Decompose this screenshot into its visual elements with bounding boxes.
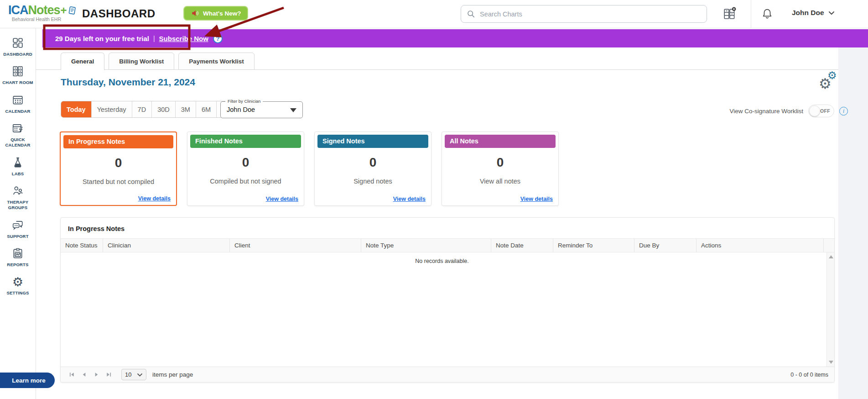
items-range-label: 0 - 0 of 0 items bbox=[790, 372, 828, 378]
card-count: 0 bbox=[61, 156, 176, 170]
card-finished-notes[interactable]: Finished Notes 0 Compiled but not signed… bbox=[187, 131, 304, 206]
sidebar-item-labs[interactable]: LABS bbox=[0, 156, 36, 177]
card-count: 0 bbox=[187, 155, 304, 170]
previous-page-button[interactable] bbox=[79, 370, 89, 380]
cosignature-toggle-label: View Co-signature Worklist bbox=[729, 108, 803, 115]
learn-more-button[interactable]: Learn more bbox=[0, 373, 55, 388]
range-button-3m[interactable]: 3M bbox=[175, 101, 196, 117]
column-header-clinician[interactable]: Clinician bbox=[103, 239, 229, 252]
notifications-bell-icon[interactable] bbox=[761, 7, 774, 20]
chevron-down-icon bbox=[137, 373, 143, 377]
clinician-filter-label: Filter by Clinician bbox=[225, 99, 263, 104]
view-details-link[interactable]: View details bbox=[520, 196, 553, 202]
column-header-due-by[interactable]: Due By bbox=[634, 239, 696, 252]
right-edge-strip bbox=[838, 47, 868, 399]
sidebar-item-quick-calendar[interactable]: QUICK CALENDAR bbox=[0, 122, 36, 148]
trial-separator: | bbox=[153, 35, 155, 42]
search-icon bbox=[467, 10, 476, 19]
range-button-yesterday[interactable]: Yesterday bbox=[91, 101, 132, 117]
column-header-client[interactable]: Client bbox=[229, 239, 361, 252]
logo-plus-glyph: + bbox=[61, 4, 67, 17]
icanotes-dashboard-page: ICANotes + Behavioral Health EHR DASHBOA… bbox=[0, 0, 868, 399]
sidebar-item-chart-room[interactable]: CHART ROOM bbox=[0, 65, 36, 85]
dashboard-settings-icon[interactable]: ⚙ ⚙ bbox=[819, 72, 842, 92]
page-size-select[interactable]: 10 bbox=[121, 369, 146, 380]
table-header-row: Note Status Clinician Client Note Type N… bbox=[61, 238, 834, 252]
logo-text: ICANotes bbox=[8, 3, 60, 17]
summary-cards: In Progress Notes 0 Started but not comp… bbox=[60, 131, 559, 206]
gear-icon-small: ⚙ bbox=[827, 70, 837, 81]
column-header-actions[interactable]: Actions bbox=[696, 239, 823, 252]
whats-new-label: What's New? bbox=[203, 10, 241, 17]
view-details-link[interactable]: View details bbox=[138, 195, 171, 202]
chat-bubbles-icon bbox=[12, 219, 24, 231]
card-count: 0 bbox=[442, 155, 558, 170]
scroll-down-icon[interactable] bbox=[829, 361, 833, 364]
user-name: John Doe bbox=[792, 9, 824, 17]
first-page-button[interactable] bbox=[67, 370, 77, 380]
sidebar-item-calendar[interactable]: CALENDAR bbox=[0, 94, 36, 114]
view-details-link[interactable]: View details bbox=[266, 196, 298, 202]
quick-calendar-icon bbox=[12, 122, 24, 135]
whats-new-button[interactable]: What's New? bbox=[183, 6, 248, 21]
date-heading: Thursday, November 21, 2024 bbox=[61, 77, 195, 88]
card-description: Compiled but not signed bbox=[187, 178, 304, 185]
column-header-note-status[interactable]: Note Status bbox=[61, 239, 103, 252]
range-button-7d[interactable]: 7D bbox=[132, 101, 152, 117]
tab-general[interactable]: General bbox=[61, 52, 104, 70]
view-details-link[interactable]: View details bbox=[393, 196, 426, 202]
trial-days-left-text: 29 Days left on your free trial bbox=[55, 35, 149, 42]
sidebar-nav: DASHBOARD CHART ROOM bbox=[0, 28, 36, 399]
last-page-button[interactable] bbox=[104, 370, 114, 380]
info-icon[interactable]: i bbox=[839, 107, 848, 116]
sidebar-item-therapy-groups[interactable]: THERAPY GROUPS bbox=[0, 184, 36, 211]
cosignature-toggle[interactable]: OFF bbox=[808, 105, 834, 117]
empty-table-message: No records available. bbox=[61, 258, 823, 264]
calendar-icon bbox=[12, 94, 24, 106]
topbar-divider bbox=[751, 0, 751, 28]
search-input[interactable] bbox=[480, 10, 701, 18]
tab-payments-worklist[interactable]: Payments Worklist bbox=[178, 52, 255, 70]
scroll-up-icon[interactable] bbox=[829, 255, 833, 258]
help-icon[interactable]: ? bbox=[213, 34, 223, 43]
toggle-state-text: OFF bbox=[820, 108, 830, 114]
search-charts-box bbox=[461, 5, 707, 23]
sidebar-item-support[interactable]: SUPPORT bbox=[0, 219, 36, 239]
dropdown-arrow-icon bbox=[290, 108, 296, 112]
range-button-today[interactable]: Today bbox=[61, 101, 91, 117]
flask-icon bbox=[12, 156, 24, 169]
logo-text-ica: ICA bbox=[8, 3, 28, 17]
logo-document-icon bbox=[67, 5, 77, 16]
page-title: DASHBOARD bbox=[82, 7, 156, 20]
sidebar-item-settings[interactable]: ⚙ SETTINGS bbox=[0, 275, 36, 296]
column-header-reminder-to[interactable]: Reminder To bbox=[553, 239, 634, 252]
user-menu[interactable]: John Doe bbox=[792, 9, 835, 17]
date-range-filter-group: Today Yesterday 7D 30D 3M 6M 12M bbox=[61, 101, 241, 118]
filter-by-clinician-select[interactable]: Filter by Clinician John Doe bbox=[220, 101, 303, 118]
table-scrollbar[interactable] bbox=[826, 252, 834, 367]
gear-icon: ⚙ bbox=[12, 275, 23, 288]
card-description: Started but not compiled bbox=[61, 178, 176, 185]
sidebar-item-reports[interactable]: REPORTS bbox=[0, 247, 36, 268]
subscribe-now-link[interactable]: Subscribe Now bbox=[159, 35, 208, 42]
table-title: In Progress Notes bbox=[61, 218, 834, 238]
file-cabinet-icon bbox=[12, 65, 24, 78]
next-page-button[interactable] bbox=[91, 370, 101, 380]
add-chart-icon[interactable] bbox=[723, 7, 737, 21]
worklist-tabs: General Billing Worklist Payments Workli… bbox=[61, 52, 255, 70]
range-button-30d[interactable]: 30D bbox=[151, 101, 175, 117]
column-header-note-type[interactable]: Note Type bbox=[361, 239, 491, 252]
column-header-note-date[interactable]: Note Date bbox=[491, 239, 553, 252]
card-count: 0 bbox=[315, 155, 431, 170]
header-scrollbar-gap bbox=[823, 239, 834, 252]
people-icon bbox=[12, 184, 24, 197]
sidebar-item-dashboard[interactable]: DASHBOARD bbox=[0, 37, 36, 57]
card-all-notes[interactable]: All Notes 0 View all notes View details bbox=[442, 131, 559, 206]
app-logo[interactable]: ICANotes + Behavioral Health EHR bbox=[8, 3, 77, 22]
dashboard-icon bbox=[12, 37, 24, 49]
tab-billing-worklist[interactable]: Billing Worklist bbox=[109, 52, 174, 70]
card-in-progress-notes[interactable]: In Progress Notes 0 Started but not comp… bbox=[60, 131, 177, 206]
range-button-6m[interactable]: 6M bbox=[196, 101, 216, 117]
card-title: All Notes bbox=[445, 135, 556, 148]
card-signed-notes[interactable]: Signed Notes 0 Signed notes View details bbox=[314, 131, 431, 206]
